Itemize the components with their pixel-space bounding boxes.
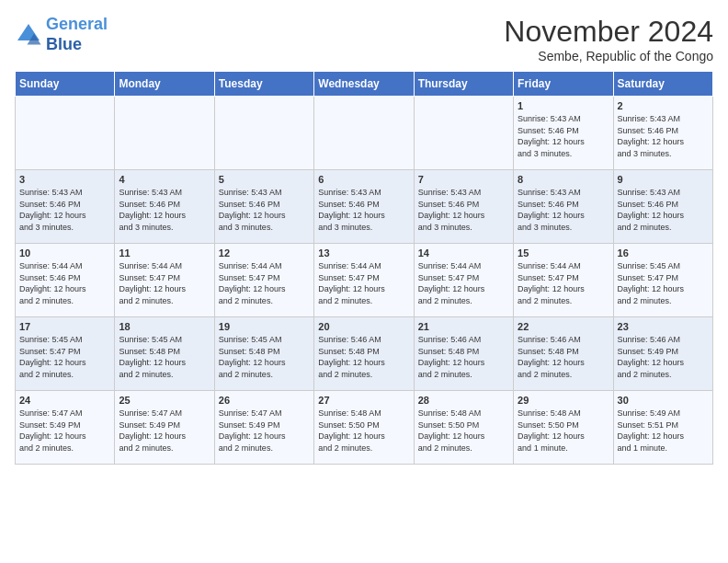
calendar-cell [214,97,313,170]
day-info: Sunrise: 5:43 AM Sunset: 5:46 PM Dayligh… [119,187,210,233]
calendar-cell: 22Sunrise: 5:46 AM Sunset: 5:48 PM Dayli… [514,317,613,391]
month-title: November 2024 [504,15,713,49]
day-number: 4 [119,174,210,185]
day-info: Sunrise: 5:46 AM Sunset: 5:48 PM Dayligh… [518,334,609,380]
calendar-cell: 26Sunrise: 5:47 AM Sunset: 5:49 PM Dayli… [214,391,313,465]
day-number: 29 [518,395,609,406]
day-number: 11 [119,247,210,259]
day-info: Sunrise: 5:44 AM Sunset: 5:47 PM Dayligh… [219,260,310,306]
day-info: Sunrise: 5:43 AM Sunset: 5:46 PM Dayligh… [518,187,609,233]
calendar-cell: 8Sunrise: 5:43 AM Sunset: 5:46 PM Daylig… [514,170,613,244]
page-header: General Blue November 2024 Sembe, Republ… [15,15,713,63]
calendar-cell: 19Sunrise: 5:45 AM Sunset: 5:48 PM Dayli… [214,317,313,391]
calendar-cell: 9Sunrise: 5:43 AM Sunset: 5:46 PM Daylig… [613,170,712,244]
calendar-cell: 18Sunrise: 5:45 AM Sunset: 5:48 PM Dayli… [115,317,214,391]
calendar-cell: 10Sunrise: 5:44 AM Sunset: 5:46 PM Dayli… [16,244,115,317]
calendar-cell: 6Sunrise: 5:43 AM Sunset: 5:46 PM Daylig… [314,170,414,244]
day-number: 2 [618,100,709,111]
day-info: Sunrise: 5:44 AM Sunset: 5:47 PM Dayligh… [518,260,609,306]
day-info: Sunrise: 5:43 AM Sunset: 5:46 PM Dayligh… [418,187,509,233]
day-number: 30 [618,395,709,406]
calendar-cell: 11Sunrise: 5:44 AM Sunset: 5:47 PM Dayli… [115,244,214,317]
day-info: Sunrise: 5:48 AM Sunset: 5:50 PM Dayligh… [518,408,609,454]
day-number: 8 [518,174,609,185]
calendar-cell: 12Sunrise: 5:44 AM Sunset: 5:47 PM Dayli… [214,244,313,317]
col-thursday: Thursday [414,72,513,97]
calendar-cell [414,97,513,170]
day-number: 15 [518,247,609,259]
calendar-cell [16,97,115,170]
calendar-cell: 5Sunrise: 5:43 AM Sunset: 5:46 PM Daylig… [214,170,313,244]
day-info: Sunrise: 5:44 AM Sunset: 5:47 PM Dayligh… [119,260,210,306]
day-info: Sunrise: 5:46 AM Sunset: 5:48 PM Dayligh… [418,334,509,380]
day-info: Sunrise: 5:44 AM Sunset: 5:47 PM Dayligh… [318,260,409,306]
day-info: Sunrise: 5:43 AM Sunset: 5:46 PM Dayligh… [19,187,110,233]
calendar-cell: 27Sunrise: 5:48 AM Sunset: 5:50 PM Dayli… [314,391,414,465]
logo-icon [15,21,42,49]
day-info: Sunrise: 5:47 AM Sunset: 5:49 PM Dayligh… [219,408,310,454]
calendar-cell: 21Sunrise: 5:46 AM Sunset: 5:48 PM Dayli… [414,317,513,391]
calendar-cell [115,97,214,170]
calendar-cell: 7Sunrise: 5:43 AM Sunset: 5:46 PM Daylig… [414,170,513,244]
calendar-header-row: Sunday Monday Tuesday Wednesday Thursday… [16,72,713,97]
day-info: Sunrise: 5:47 AM Sunset: 5:49 PM Dayligh… [119,408,210,454]
day-number: 9 [618,174,709,185]
week-row-3: 10Sunrise: 5:44 AM Sunset: 5:46 PM Dayli… [16,244,713,317]
calendar-cell: 30Sunrise: 5:49 AM Sunset: 5:51 PM Dayli… [613,391,712,465]
calendar-cell: 24Sunrise: 5:47 AM Sunset: 5:49 PM Dayli… [16,391,115,465]
location-subtitle: Sembe, Republic of the Congo [504,49,713,63]
week-row-4: 17Sunrise: 5:45 AM Sunset: 5:47 PM Dayli… [16,317,713,391]
calendar-cell: 25Sunrise: 5:47 AM Sunset: 5:49 PM Dayli… [115,391,214,465]
calendar-cell: 2Sunrise: 5:43 AM Sunset: 5:46 PM Daylig… [613,97,712,170]
logo-text-line1: General [46,15,108,35]
day-number: 17 [19,321,110,332]
day-info: Sunrise: 5:48 AM Sunset: 5:50 PM Dayligh… [318,408,409,454]
day-number: 12 [219,247,310,259]
day-number: 6 [318,174,409,185]
calendar-cell: 1Sunrise: 5:43 AM Sunset: 5:46 PM Daylig… [514,97,613,170]
day-number: 25 [119,395,210,406]
day-info: Sunrise: 5:45 AM Sunset: 5:48 PM Dayligh… [119,334,210,380]
day-number: 7 [418,174,509,185]
day-info: Sunrise: 5:45 AM Sunset: 5:48 PM Dayligh… [219,334,310,380]
day-info: Sunrise: 5:43 AM Sunset: 5:46 PM Dayligh… [618,187,709,233]
calendar-cell: 3Sunrise: 5:43 AM Sunset: 5:46 PM Daylig… [16,170,115,244]
col-tuesday: Tuesday [214,72,313,97]
col-wednesday: Wednesday [314,72,414,97]
day-info: Sunrise: 5:43 AM Sunset: 5:46 PM Dayligh… [318,187,409,233]
day-number: 3 [19,174,110,185]
col-saturday: Saturday [613,72,712,97]
day-info: Sunrise: 5:43 AM Sunset: 5:46 PM Dayligh… [518,113,609,159]
day-info: Sunrise: 5:48 AM Sunset: 5:50 PM Dayligh… [418,408,509,454]
calendar-cell: 4Sunrise: 5:43 AM Sunset: 5:46 PM Daylig… [115,170,214,244]
day-info: Sunrise: 5:45 AM Sunset: 5:47 PM Dayligh… [618,260,709,306]
day-info: Sunrise: 5:46 AM Sunset: 5:49 PM Dayligh… [618,334,709,380]
day-info: Sunrise: 5:43 AM Sunset: 5:46 PM Dayligh… [219,187,310,233]
day-number: 13 [318,247,409,259]
day-info: Sunrise: 5:47 AM Sunset: 5:49 PM Dayligh… [19,408,110,454]
day-number: 20 [318,321,409,332]
day-info: Sunrise: 5:44 AM Sunset: 5:46 PM Dayligh… [19,260,110,306]
day-info: Sunrise: 5:43 AM Sunset: 5:46 PM Dayligh… [618,113,709,159]
day-number: 28 [418,395,509,406]
day-number: 14 [418,247,509,259]
day-info: Sunrise: 5:49 AM Sunset: 5:51 PM Dayligh… [618,408,709,454]
week-row-2: 3Sunrise: 5:43 AM Sunset: 5:46 PM Daylig… [16,170,713,244]
day-number: 26 [219,395,310,406]
calendar-cell: 20Sunrise: 5:46 AM Sunset: 5:48 PM Dayli… [314,317,414,391]
day-number: 24 [19,395,110,406]
calendar-cell: 28Sunrise: 5:48 AM Sunset: 5:50 PM Dayli… [414,391,513,465]
logo-text-line2: Blue [46,35,108,55]
day-number: 27 [318,395,409,406]
calendar-cell: 16Sunrise: 5:45 AM Sunset: 5:47 PM Dayli… [613,244,712,317]
day-number: 18 [119,321,210,332]
calendar-cell: 15Sunrise: 5:44 AM Sunset: 5:47 PM Dayli… [514,244,613,317]
col-sunday: Sunday [16,72,115,97]
col-monday: Monday [115,72,214,97]
calendar-cell [314,97,414,170]
day-info: Sunrise: 5:46 AM Sunset: 5:48 PM Dayligh… [318,334,409,380]
day-info: Sunrise: 5:45 AM Sunset: 5:47 PM Dayligh… [19,334,110,380]
day-number: 5 [219,174,310,185]
calendar-cell: 23Sunrise: 5:46 AM Sunset: 5:49 PM Dayli… [613,317,712,391]
day-number: 1 [518,100,609,111]
